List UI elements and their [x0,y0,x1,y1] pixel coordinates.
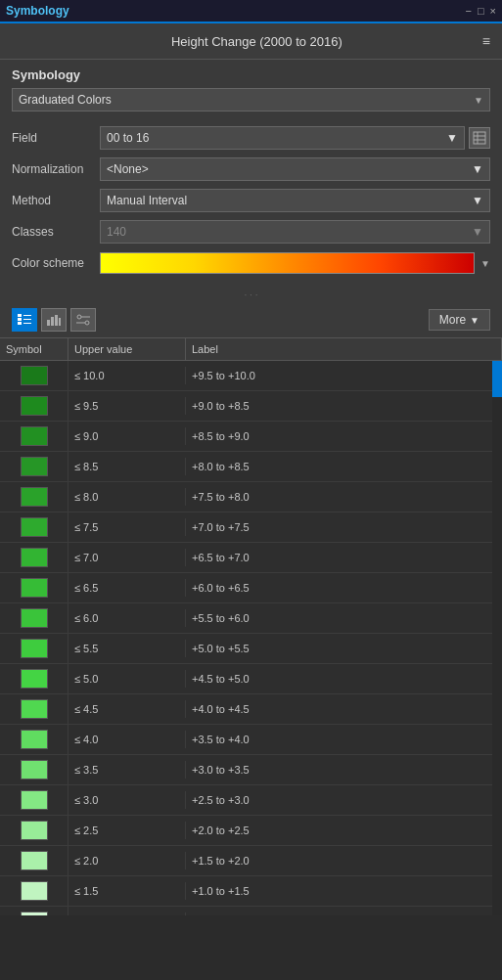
table-row[interactable]: ≤ 2.0 +1.5 to +2.0 [0,846,502,876]
symbol-color-box [21,730,48,749]
table-row[interactable]: ≤ 4.5 +4.0 to +4.5 [0,694,502,725]
td-symbol [0,634,68,663]
td-symbol [0,876,68,906]
method-dropdown[interactable]: Manual Interval ▼ [100,189,490,212]
table-row[interactable]: ≤ 7.0 +6.5 to +7.0 [0,543,502,573]
table-row[interactable]: ≤ 3.5 +3.0 to +3.5 [0,755,502,785]
more-label: More [439,313,466,327]
symbol-color-box [21,912,48,915]
td-symbol [0,816,68,845]
table-row[interactable]: ≤ 1.0 +0.5 to +1.0 [0,907,502,915]
more-button[interactable]: More ▼ [429,309,490,331]
td-label: +4.0 to +4.5 [186,700,502,718]
table-row[interactable]: ≤ 3.0 +2.5 to +3.0 [0,785,502,816]
td-symbol [0,482,68,512]
normalization-label: Normalization [12,162,100,176]
advanced-view-button[interactable] [70,308,96,332]
field-dropdown-arrow: ▼ [446,131,458,145]
svg-rect-12 [55,315,58,326]
td-label: +3.5 to +4.0 [186,731,502,748]
td-symbol [0,755,68,784]
minimize-icon[interactable]: − [465,5,471,17]
symbol-color-box [21,487,48,507]
hamburger-menu-icon[interactable]: ≡ [482,33,490,49]
pin-icon[interactable]: □ [478,5,484,17]
table-row[interactable]: ≤ 1.5 +1.0 to +1.5 [0,876,502,907]
td-symbol [0,907,68,915]
td-upper-value: ≤ 7.5 [68,518,186,536]
table-row[interactable]: ≤ 7.5 +7.0 to +7.5 [0,512,502,543]
svg-point-14 [77,315,81,319]
title-bar-controls: − □ × [465,5,496,17]
method-label: Method [12,194,100,207]
symbol-color-box [21,396,48,416]
td-label: +8.5 to +9.0 [186,427,502,445]
panel-header: Height Change (2000 to 2016) ≡ [0,23,502,60]
td-label: +2.0 to +2.5 [186,822,502,839]
symbol-color-box [21,699,48,719]
td-label: +1.0 to +1.5 [186,882,502,900]
table-header: Symbol Upper value Label [0,338,502,361]
symbol-color-box [21,881,48,901]
field-dropdown[interactable]: 00 to 16 ▼ [100,126,465,150]
field-icon-button[interactable] [469,127,490,149]
table-row[interactable]: ≤ 6.0 +5.5 to +6.0 [0,603,502,634]
table-row[interactable]: ≤ 8.5 +8.0 to +8.5 [0,452,502,482]
symbol-color-box [21,608,48,628]
toolbar-left [12,308,96,332]
symbol-color-box [21,760,48,780]
td-symbol [0,725,68,754]
table-icon [473,131,486,145]
color-scheme-arrow[interactable]: ▼ [480,258,490,269]
th-upper-value: Upper value [68,338,186,360]
histogram-view-button[interactable] [41,308,67,332]
svg-point-15 [85,321,89,325]
scrollbar-track[interactable] [492,338,502,915]
table-row[interactable]: ≤ 9.0 +8.5 to +9.0 [0,422,502,452]
table-row[interactable]: ≤ 5.5 +5.0 to +5.5 [0,634,502,664]
table-row[interactable]: ≤ 10.0 +9.5 to +10.0 [0,361,502,391]
field-value: 00 to 16 [107,131,149,145]
td-symbol [0,452,68,481]
normalization-dropdown[interactable]: <None> ▼ [100,157,490,181]
method-dropdown-arrow: ▼ [472,194,483,207]
table-row[interactable]: ≤ 2.5 +2.0 to +2.5 [0,816,502,846]
svg-rect-9 [23,323,31,324]
td-upper-value: ≤ 2.0 [68,852,186,869]
svg-rect-5 [18,318,22,321]
table-row[interactable]: ≤ 5.0 +4.5 to +5.0 [0,664,502,694]
td-upper-value: ≤ 6.0 [68,609,186,627]
symbol-color-box [21,366,48,385]
symbology-type-value: Graduated Colors [19,93,112,107]
td-upper-value: ≤ 6.5 [68,579,186,597]
title-bar-text: Symbology [6,4,69,18]
form-grid: Field 00 to 16 ▼ Normalization <None> ▼ [0,119,502,288]
table-row[interactable]: ≤ 4.0 +3.5 to +4.0 [0,725,502,755]
td-upper-value: ≤ 3.0 [68,791,186,809]
td-label: +1.5 to +2.0 [186,852,502,869]
normalization-control: <None> ▼ [100,157,490,181]
symbology-section: Symbology Graduated Colors ▼ [0,60,502,119]
symbology-type-dropdown[interactable]: Graduated Colors ▼ [12,88,490,111]
classes-input[interactable]: 140 ▼ [100,220,490,244]
list-view-button[interactable] [12,308,37,332]
td-label: +9.0 to +8.5 [186,397,502,415]
td-symbol [0,603,68,633]
field-label: Field [12,131,100,145]
symbol-color-box [21,669,48,689]
symbology-type-arrow: ▼ [474,95,483,106]
table-row[interactable]: ≤ 6.5 +6.0 to +6.5 [0,573,502,603]
table-row[interactable]: ≤ 9.5 +9.0 to +8.5 [0,391,502,422]
td-upper-value: ≤ 3.5 [68,761,186,779]
symbol-color-box [21,548,48,567]
td-upper-value: ≤ 9.0 [68,427,186,445]
td-upper-value: ≤ 4.5 [68,700,186,718]
color-scheme-bar[interactable] [100,252,475,274]
td-label: +7.0 to +7.5 [186,518,502,536]
table-row[interactable]: ≤ 8.0 +7.5 to +8.0 [0,482,502,512]
close-icon[interactable]: × [490,5,496,17]
list-view-icon [18,314,31,326]
td-symbol [0,573,68,602]
td-upper-value: ≤ 4.0 [68,731,186,748]
td-symbol [0,846,68,875]
